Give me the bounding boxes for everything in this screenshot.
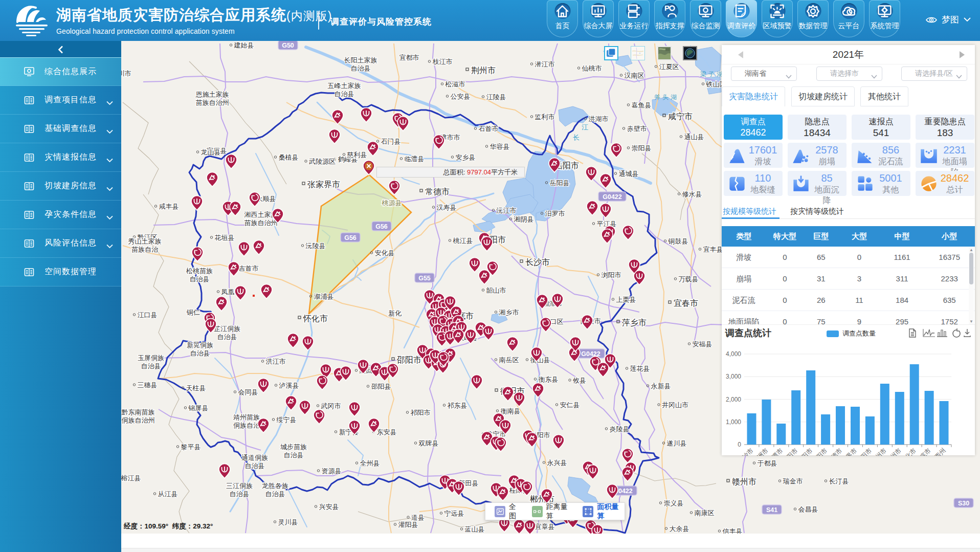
svg-text:会同县: 会同县 — [238, 388, 258, 396]
svg-text:全州县: 全州县 — [360, 459, 380, 467]
svg-text:自治县: 自治县 — [265, 490, 285, 498]
svg-text:井冈山市: 井冈山市 — [662, 401, 688, 409]
svg-text:松桃苗族: 松桃苗族 — [186, 267, 213, 275]
svg-text:自治县: 自治县 — [141, 362, 161, 370]
svg-text:花垣县: 花垣县 — [214, 234, 235, 241]
svg-text:自治县: 自治县 — [190, 275, 210, 283]
svg-text:苗族自治州: 苗族自治州 — [196, 99, 229, 106]
svg-text:三穗县: 三穗县 — [138, 381, 158, 389]
svg-text:恩施土家族: 恩施土家族 — [196, 91, 229, 98]
svg-text:桃江县: 桃江县 — [453, 237, 473, 245]
svg-text:赣州市: 赣州市 — [732, 477, 756, 486]
svg-text:新晃侗族: 新晃侗族 — [187, 341, 213, 349]
svg-text:自治县: 自治县 — [284, 451, 304, 459]
svg-text:慈利县: 慈利县 — [347, 151, 367, 159]
svg-text:遂川县: 遂川县 — [667, 439, 687, 447]
svg-text:炎陵县: 炎陵县 — [610, 425, 630, 433]
svg-text:新化: 新化 — [388, 310, 402, 317]
svg-text:双牌县: 双牌县 — [418, 439, 439, 447]
svg-text:苗族自治州: 苗族自治州 — [244, 219, 278, 227]
svg-text:瑞金市: 瑞金市 — [783, 477, 803, 485]
svg-text:G0422: G0422 — [581, 350, 600, 358]
svg-text:苗族自治: 苗族自治 — [131, 246, 159, 253]
svg-text:玉屏侗族: 玉屏侗族 — [138, 354, 164, 362]
svg-text:莲花县: 莲花县 — [630, 365, 650, 372]
svg-text:永兴县: 永兴县 — [547, 459, 567, 467]
svg-text:松滋市: 松滋市 — [445, 80, 465, 88]
svg-text:榕江县: 榕江县 — [121, 474, 141, 482]
svg-text:绥宁县: 绥宁县 — [277, 416, 297, 424]
svg-text:临澧县: 临澧县 — [405, 155, 425, 163]
svg-text:G55: G55 — [418, 275, 431, 282]
svg-text:自治县: 自治县 — [351, 64, 371, 72]
svg-text:宜丰县: 宜丰县 — [703, 246, 723, 253]
svg-text:崇义县: 崇义县 — [664, 499, 684, 507]
svg-text:韶山市: 韶山市 — [486, 286, 506, 294]
svg-text:铜鼓县: 铜鼓县 — [668, 237, 688, 245]
svg-text:汉寿县: 汉寿县 — [437, 204, 457, 211]
svg-text:监利市: 监利市 — [535, 113, 555, 121]
svg-text:江陵县: 江陵县 — [486, 93, 506, 101]
svg-text:五峰土家族: 五峰土家族 — [328, 82, 361, 90]
svg-text:兴安县: 兴安县 — [319, 503, 339, 511]
svg-text:建始县: 建始县 — [234, 41, 254, 49]
svg-text:铜仁: 铜仁 — [186, 308, 200, 316]
svg-text:蓝山县: 蓝山县 — [465, 525, 485, 533]
svg-text:邵阳县: 邵阳县 — [371, 383, 391, 390]
svg-text:G56: G56 — [375, 223, 388, 230]
svg-text:G50: G50 — [282, 42, 294, 49]
svg-text:G56: G56 — [344, 234, 357, 241]
svg-text:通城县: 通城县 — [619, 170, 639, 178]
svg-text:斧头湖: 斧头湖 — [654, 94, 679, 101]
svg-text:枝江市: 枝江市 — [433, 58, 453, 65]
svg-text:0: 0 — [738, 441, 741, 448]
svg-text:沅江市: 沅江市 — [496, 207, 517, 214]
svg-text:从江县: 从江县 — [158, 490, 178, 498]
svg-text:桃源县: 桃源县 — [382, 199, 402, 207]
svg-text:湘乡市: 湘乡市 — [499, 308, 519, 316]
svg-text:侗族自治: 侗族自治 — [233, 422, 260, 429]
svg-text:荆州市: 荆州市 — [471, 66, 496, 75]
svg-text:长沙市: 长沙市 — [525, 258, 550, 267]
svg-text:衡东县: 衡东县 — [539, 376, 559, 383]
svg-text:道县: 道县 — [411, 514, 425, 521]
svg-text:万载县: 万载县 — [679, 275, 699, 283]
svg-text:安仁县: 安仁县 — [560, 401, 580, 409]
svg-text:锦屏县: 锦屏县 — [188, 404, 209, 412]
svg-text:东安县: 东安县 — [377, 428, 397, 436]
svg-text:长汀县: 长汀县 — [829, 477, 849, 485]
svg-text:长阳土家族: 长阳土家族 — [344, 56, 377, 64]
svg-text:石门县: 石门县 — [381, 138, 401, 145]
svg-text:芷江侗族: 芷江侗族 — [214, 325, 240, 333]
svg-text:溆浦县: 溆浦县 — [314, 293, 334, 300]
svg-text:黔东南苗族: 黔东南苗族 — [122, 408, 155, 416]
svg-text:咸宁市: 咸宁市 — [668, 112, 693, 121]
svg-text:崇阳县: 崇阳县 — [632, 144, 652, 152]
svg-text:长: 长 — [573, 134, 580, 141]
svg-text:江口县: 江口县 — [138, 311, 158, 319]
svg-text:华容县: 华容县 — [490, 143, 510, 150]
svg-text:怀化市: 怀化市 — [303, 314, 328, 323]
svg-text:自治县: 自治县 — [217, 333, 237, 341]
svg-text:攸县: 攸县 — [572, 377, 586, 384]
svg-text:赤壁市: 赤壁市 — [627, 125, 647, 133]
svg-text:2,000: 2,000 — [726, 396, 741, 403]
svg-text:张家界市: 张家界市 — [307, 180, 340, 189]
svg-text:于都县: 于都县 — [758, 459, 777, 467]
svg-text:南康区: 南康区 — [695, 509, 715, 517]
svg-text:永新县: 永新县 — [651, 382, 671, 390]
svg-text:公安县: 公安县 — [451, 93, 471, 100]
svg-text:湘阴县: 湘阴县 — [514, 215, 534, 223]
svg-text:灵川县: 灵川县 — [278, 518, 298, 526]
svg-text:S30: S30 — [958, 500, 969, 507]
svg-text:沅陵县: 沅陵县 — [305, 242, 326, 250]
svg-text:通道侗族: 通道侗族 — [241, 454, 268, 461]
svg-text:1,000: 1,000 — [726, 418, 741, 426]
svg-text:黎平县: 黎平县 — [181, 443, 201, 451]
svg-text:G0422: G0422 — [603, 193, 622, 201]
svg-text:平江县: 平江县 — [597, 220, 617, 228]
svg-text:汨罗市: 汨罗市 — [545, 210, 565, 217]
svg-text:仙桃市: 仙桃市 — [582, 64, 602, 72]
svg-text:秀山土家族: 秀山土家族 — [128, 237, 162, 245]
svg-text:修水县: 修水县 — [682, 190, 702, 198]
